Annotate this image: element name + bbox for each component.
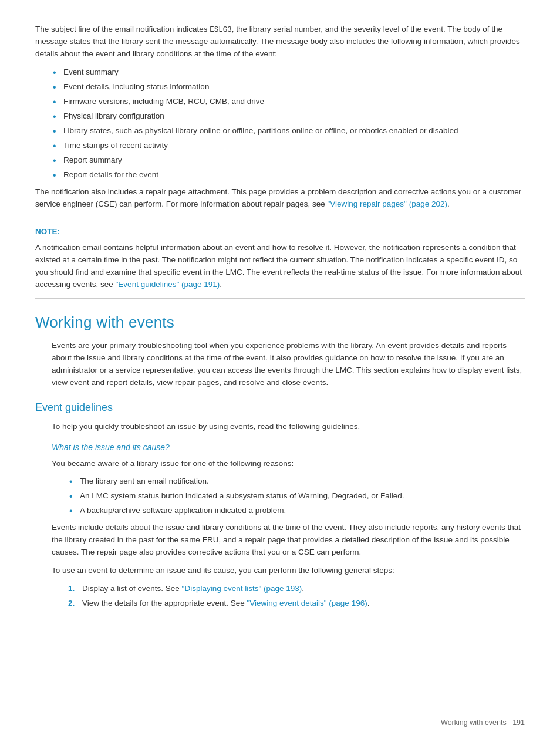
list-item: 2. View the details for the appropriate … [68, 598, 525, 610]
note-label: NOTE: [35, 226, 525, 238]
list-item: Event summary [53, 66, 525, 79]
intro-bullet-list: Event summary Event details, including s… [53, 66, 525, 181]
numbered-steps-list: 1. Display a list of events. See "Displa… [68, 583, 525, 610]
intro-para2: The notification also includes a repair … [35, 186, 525, 211]
event-guidelines-intro: To help you quickly troubleshoot an issu… [52, 421, 525, 433]
viewing-event-details-link[interactable]: "Viewing event details" (page 196) [247, 599, 367, 607]
step-2-text: View the details for the appropriate eve… [82, 598, 369, 610]
step-2-num: 2. [68, 598, 77, 610]
step-1-text: Display a list of events. See "Displayin… [82, 583, 304, 595]
note-text: A notification email contains helpful in… [35, 242, 525, 291]
list-item: Firmware versions, including MCB, RCU, C… [53, 96, 525, 108]
step-1-body: Display a list of events. See [82, 584, 182, 593]
working-with-events-content: Events are your primary troubleshooting … [52, 340, 525, 389]
footer-section-name: Working with events [441, 718, 507, 727]
list-item: Time stamps of recent activity [53, 140, 525, 152]
list-item: The library sent an email notification. [69, 475, 525, 488]
events-details-para: Events include details about the issue a… [52, 522, 525, 559]
step-2-end: . [367, 599, 370, 607]
working-with-events-para: Events are your primary troubleshooting … [52, 340, 525, 389]
what-is-issue-heading: What is the issue and its cause? [52, 441, 525, 454]
note-body-text: A notification email contains helpful in… [35, 243, 522, 289]
footer-text: Working with events 191 [441, 717, 525, 728]
list-item: Physical library configuration [53, 110, 525, 123]
intro-para1-text: The subject line of the email notificati… [35, 25, 210, 33]
list-item: Library states, such as physical library… [53, 125, 525, 137]
repair-pages-link[interactable]: "Viewing repair pages" (page 202) [327, 200, 447, 208]
list-item: An LMC system status button indicated a … [69, 490, 525, 502]
working-with-events-heading: Working with events [35, 310, 525, 334]
subsection-intro-para: You became aware of a library issue for … [52, 458, 525, 470]
step-2-body: View the details for the appropriate eve… [82, 599, 247, 607]
list-item: Event details, including status informat… [53, 81, 525, 93]
page-footer: Working with events 191 [0, 717, 560, 728]
intro-paragraph: The subject line of the email notificati… [35, 23, 525, 60]
displaying-event-lists-link[interactable]: "Displaying event lists" (page 193) [182, 584, 302, 593]
list-item: A backup/archive software application in… [69, 505, 525, 517]
footer-page-number: 191 [512, 718, 525, 727]
content-area: The subject line of the email notificati… [35, 23, 525, 610]
event-guidelines-bullet-list: The library sent an email notification. … [69, 475, 525, 517]
step-1-num: 1. [68, 583, 77, 595]
step-1-end: . [302, 584, 304, 593]
note-box: NOTE: A notification email contains help… [35, 220, 525, 299]
intro-para2-end: . [447, 200, 450, 208]
note-end: . [220, 280, 222, 289]
list-item: Report summary [53, 154, 525, 167]
event-guidelines-link[interactable]: "Event guidelines" (page 191) [116, 280, 220, 289]
code-eslg3: ESLG3 [210, 26, 232, 34]
event-guidelines-heading: Event guidelines [35, 400, 525, 416]
list-item: 1. Display a list of events. See "Displa… [68, 583, 525, 595]
event-guidelines-content: To help you quickly troubleshoot an issu… [52, 421, 525, 610]
steps-intro-para: To use an event to determine an issue an… [52, 565, 525, 577]
list-item: Report details for the event [53, 169, 525, 181]
